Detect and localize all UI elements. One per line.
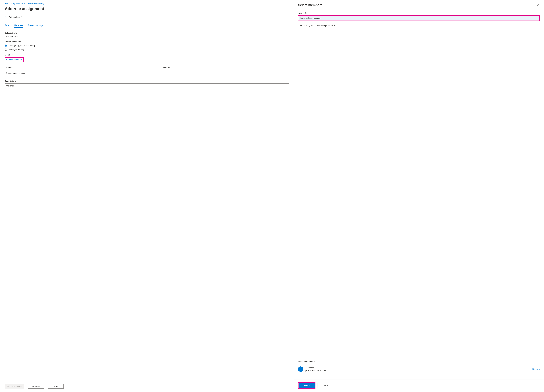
previous-button[interactable]: Previous — [28, 384, 44, 389]
chevron-right-icon: › — [46, 2, 46, 5]
description-input[interactable] — [5, 83, 289, 88]
members-table-header: Name Object ID — [5, 65, 289, 70]
selected-member-email: jane.doe@contoso.com — [305, 369, 326, 372]
assign-access-label: Assign access to — [5, 41, 289, 43]
breadcrumb-home[interactable]: Home — [5, 2, 10, 5]
tab-review-assign[interactable]: Review + assign — [28, 24, 43, 28]
chevron-right-icon: › — [12, 2, 12, 5]
svg-point-0 — [5, 16, 6, 17]
select-members-text: Select members — [8, 59, 22, 61]
select-members-link[interactable]: + Select members — [5, 58, 23, 62]
no-results-message: No users, groups, or service principals … — [298, 24, 540, 29]
highlight-search-input — [298, 15, 540, 21]
member-search-input[interactable] — [299, 16, 539, 20]
flyout-header: Select members — [298, 3, 540, 7]
selected-member-name: Jane Doe — [305, 366, 326, 369]
radio-label: Managed identity — [9, 48, 24, 51]
main-pane: Home › QuickstartCreateHpcWorkbench-rg ›… — [0, 0, 294, 392]
tab-members-label: Members — [14, 24, 23, 26]
breadcrumb: Home › QuickstartCreateHpcWorkbench-rg › — [5, 2, 289, 5]
feedback-label: Got feedback? — [9, 16, 22, 18]
radio-user-group-sp[interactable]: User, group, or service principal — [5, 44, 289, 47]
tab-role[interactable]: Role — [5, 24, 9, 28]
more-actions-button[interactable]: ··· — [46, 7, 49, 11]
select-field-label-row: Select i — [298, 12, 540, 14]
members-table: Name Object ID No members selected — [5, 65, 289, 76]
remove-member-link[interactable]: Remove — [532, 368, 540, 370]
tab-members[interactable]: Members — [14, 24, 23, 28]
members-table-empty-row: No members selected — [5, 70, 289, 76]
selected-member-row: JD Jane Doe jane.doe@contoso.com Remove — [298, 365, 540, 374]
tab-indicator-dot — [24, 24, 24, 24]
flyout-title: Select members — [298, 3, 322, 7]
page-title-row: Add role assignment ··· — [5, 6, 289, 11]
select-field-label: Select — [298, 12, 303, 14]
flyout-spacer — [298, 29, 540, 361]
avatar: JD — [298, 366, 303, 372]
next-button[interactable]: Next — [48, 384, 64, 389]
highlight-select-members: + Select members — [5, 57, 24, 62]
breadcrumb-resource-group[interactable]: QuickstartCreateHpcWorkbench-rg — [13, 2, 44, 5]
radio-label: User, group, or service principal — [9, 44, 37, 47]
review-assign-button[interactable]: Review + assign — [5, 384, 24, 389]
highlight-select-button: Select — [298, 382, 315, 389]
select-members-flyout: Select members Select i No users, groups… — [294, 0, 544, 392]
description-section: Description — [5, 80, 289, 88]
app-root: Home › QuickstartCreateHpcWorkbench-rg ›… — [0, 0, 544, 392]
members-empty-text: No members selected — [6, 72, 161, 74]
feedback-icon — [5, 16, 7, 18]
selected-member-info: Jane Doe jane.doe@contoso.com — [305, 366, 326, 372]
close-icon[interactable] — [537, 3, 540, 7]
selected-role-value: Chamber Admin — [5, 35, 289, 38]
select-button[interactable]: Select — [299, 383, 315, 388]
plus-icon: + — [6, 59, 7, 61]
selected-members-label: Selected members: — [298, 361, 540, 363]
radio-managed-identity[interactable]: Managed identity — [5, 48, 289, 51]
radio-icon — [5, 48, 7, 51]
members-label: Members — [5, 54, 289, 56]
col-header-object-id: Object ID — [161, 66, 288, 69]
tabs: Role Members Review + assign — [5, 24, 289, 28]
assign-access-radio-group: User, group, or service principal Manage… — [5, 44, 289, 51]
selected-role-label: Selected role — [5, 32, 289, 34]
description-label: Description — [5, 80, 289, 82]
feedback-link[interactable]: Got feedback? — [5, 14, 289, 21]
flyout-body: Select members Select i No users, groups… — [294, 0, 544, 380]
left-footer: Review + assign Previous Next — [0, 381, 294, 392]
info-icon[interactable]: i — [305, 12, 307, 14]
col-header-name: Name — [6, 66, 161, 69]
radio-icon — [5, 44, 7, 47]
page-title: Add role assignment — [5, 6, 44, 11]
main-scroll: Home › QuickstartCreateHpcWorkbench-rg ›… — [0, 0, 294, 381]
flyout-footer: Select Close — [294, 380, 544, 392]
close-button[interactable]: Close — [317, 383, 333, 388]
